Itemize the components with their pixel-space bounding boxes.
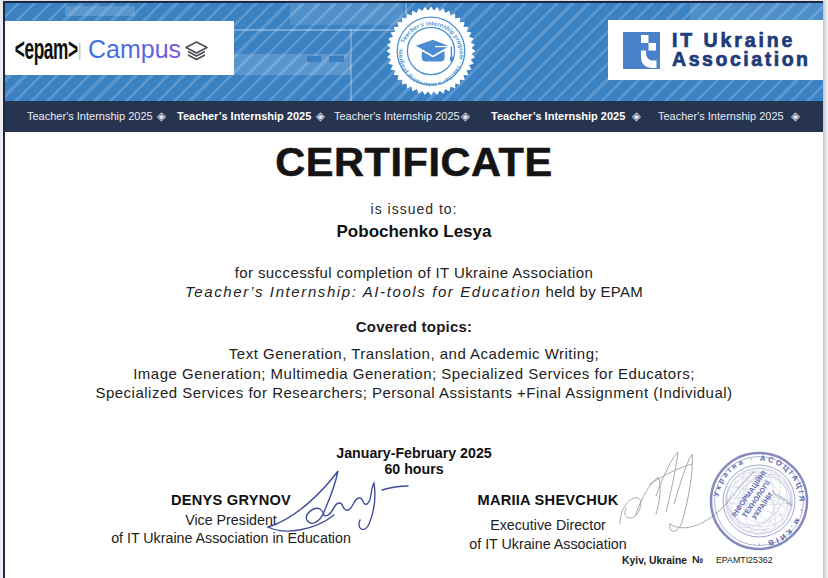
svg-text:Association: Association [672, 48, 811, 70]
svg-text:Campus: Campus [88, 35, 181, 63]
svg-text:<epam>: <epam> [15, 33, 78, 65]
